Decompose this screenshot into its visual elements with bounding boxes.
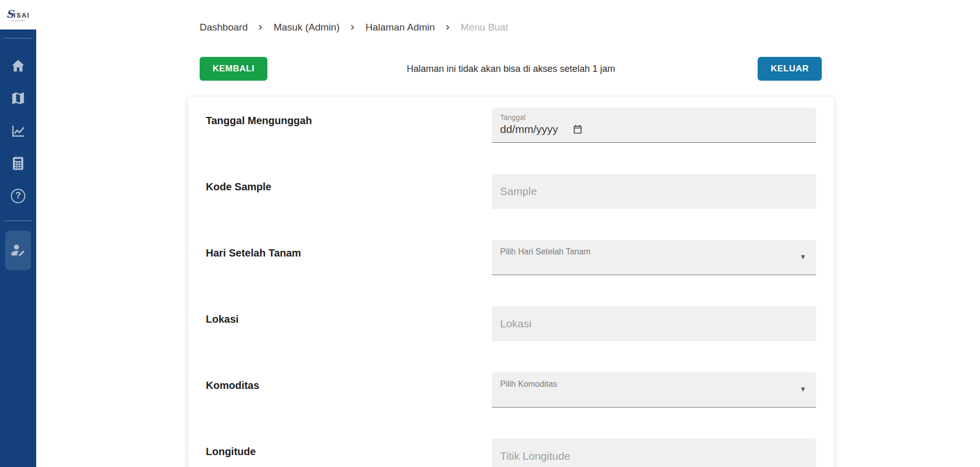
app-logo: SISAI bbox=[0, 0, 36, 29]
form-row-komoditas: Komoditas Pilih Komoditas ▼ bbox=[206, 372, 816, 408]
breadcrumb-dashboard[interactable]: Dashboard bbox=[200, 22, 248, 33]
select-placeholder: Pilih Komoditas bbox=[500, 380, 557, 389]
form-row-tanggal-mengunggah: Tanggal Mengunggah Tanggal dd/mm/yyyy bbox=[206, 108, 816, 143]
form-row-hari-setelah-tanam: Hari Setelah Tanam Pilih Hari Setelah Ta… bbox=[206, 240, 816, 275]
dropdown-arrow-icon: ▼ bbox=[800, 385, 806, 393]
kembali-button[interactable]: KEMBALI bbox=[200, 57, 267, 81]
field-label: Komoditas bbox=[206, 372, 492, 408]
sidebar-item-calculator[interactable] bbox=[0, 147, 36, 179]
sidebar-divider bbox=[4, 220, 32, 221]
calculator-icon bbox=[10, 156, 26, 171]
breadcrumb: Dashboard Masuk (Admin) Halaman Admin Me… bbox=[200, 22, 508, 33]
home-icon bbox=[10, 58, 26, 73]
dropdown-arrow-icon: ▼ bbox=[800, 253, 806, 261]
sidebar-item-home[interactable] bbox=[0, 49, 36, 82]
map-icon bbox=[10, 91, 26, 106]
sidebar-item-chart[interactable] bbox=[0, 114, 36, 147]
breadcrumb-halaman-admin[interactable]: Halaman Admin bbox=[366, 22, 435, 33]
field-label: Hari Setelah Tanam bbox=[206, 240, 492, 275]
line-chart-icon bbox=[10, 123, 26, 139]
sidebar-item-help[interactable]: ? bbox=[0, 179, 36, 212]
field-label: Kode Sample bbox=[206, 174, 492, 209]
sidebar-nav: ? bbox=[0, 39, 36, 212]
form-card: Tanggal Mengunggah Tanggal dd/mm/yyyy Ko… bbox=[188, 97, 834, 467]
session-notice: Halaman ini tidak akan bisa di akses set… bbox=[406, 64, 615, 74]
keluar-button[interactable]: KELUAR bbox=[758, 57, 822, 81]
profile-edit-icon bbox=[10, 243, 26, 258]
app-logo-text: SISAI bbox=[6, 9, 30, 19]
chevron-right-icon bbox=[348, 23, 357, 32]
longitude-input[interactable] bbox=[492, 439, 816, 467]
sidebar-item-map[interactable] bbox=[0, 82, 36, 114]
chevron-right-icon bbox=[443, 23, 453, 32]
date-inner-label: Tanggal bbox=[500, 113, 808, 122]
komoditas-select[interactable]: Pilih Komoditas ▼ bbox=[492, 372, 816, 408]
breadcrumb-menu-buat: Menu Buat bbox=[461, 22, 508, 33]
kode-sample-input[interactable] bbox=[492, 174, 816, 209]
lokasi-input[interactable] bbox=[492, 306, 816, 341]
breadcrumb-masuk-admin[interactable]: Masuk (Admin) bbox=[274, 22, 340, 33]
select-placeholder: Pilih Hari Setelah Tanam bbox=[500, 247, 591, 257]
app-logo-tagline bbox=[11, 20, 25, 21]
header-actions: KEMBALI Halaman ini tidak akan bisa di a… bbox=[188, 57, 834, 81]
field-label: Lokasi bbox=[206, 306, 492, 341]
tanggal-date-input[interactable]: Tanggal dd/mm/yyyy bbox=[492, 108, 816, 143]
chevron-right-icon bbox=[256, 23, 265, 32]
help-icon: ? bbox=[11, 189, 25, 203]
calendar-icon[interactable] bbox=[572, 124, 583, 134]
sidebar: SISAI bbox=[0, 0, 36, 467]
form-row-kode-sample: Kode Sample bbox=[206, 174, 816, 209]
field-label: Tanggal Mengunggah bbox=[206, 108, 492, 143]
sidebar-item-profile-edit[interactable] bbox=[5, 231, 31, 270]
date-value: dd/mm/yyyy bbox=[500, 123, 558, 135]
form-row-lokasi: Lokasi bbox=[206, 306, 816, 341]
hari-setelah-tanam-select[interactable]: Pilih Hari Setelah Tanam ▼ bbox=[492, 240, 816, 275]
main-content: Dashboard Masuk (Admin) Halaman Admin Me… bbox=[36, 0, 980, 467]
field-label: Longitude bbox=[206, 439, 492, 467]
form-row-longitude: Longitude bbox=[206, 439, 816, 467]
